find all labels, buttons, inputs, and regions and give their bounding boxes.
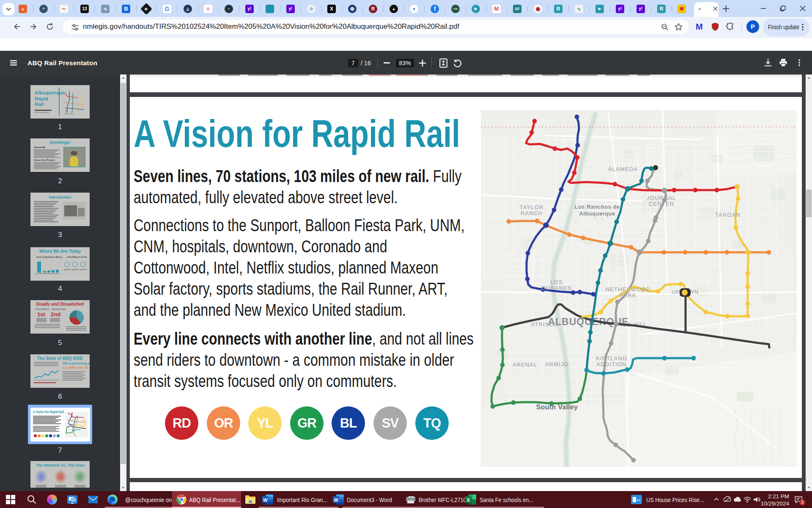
svg-text:ALAMEDA: ALAMEDA: [608, 166, 638, 172]
svg-text:RANCH: RANCH: [521, 210, 543, 216]
svg-text:ARENAL: ARENAL: [512, 362, 537, 368]
svg-text:Albuquerque: Albuquerque: [579, 210, 615, 217]
svg-text:CENTER: CENTER: [649, 201, 675, 207]
svg-text:DURANES: DURANES: [541, 285, 572, 291]
svg-text:ARMIJO: ARMIJO: [545, 361, 569, 367]
svg-text:X: X: [467, 497, 470, 502]
svg-text:ATRISCO: ATRISCO: [531, 321, 558, 328]
svg-text:JOURNAL: JOURNAL: [647, 195, 676, 201]
svg-text:KIRTLAND: KIRTLAND: [596, 355, 627, 362]
svg-text:W: W: [263, 497, 268, 502]
svg-text:South Valley: South Valley: [536, 403, 578, 411]
svg-text:Los Ranchos de: Los Ranchos de: [574, 204, 620, 210]
svg-text:TANOAN: TANOAN: [715, 212, 741, 218]
svg-text:ADDITION: ADDITION: [596, 361, 627, 367]
svg-text:LOS: LOS: [550, 279, 563, 285]
svg-text:W: W: [334, 497, 338, 502]
svg-text:NETHERWOOD: NETHERWOOD: [605, 286, 650, 293]
svg-text:PARK: PARK: [620, 292, 636, 298]
svg-text:TAYLOR: TAYLOR: [519, 204, 543, 210]
